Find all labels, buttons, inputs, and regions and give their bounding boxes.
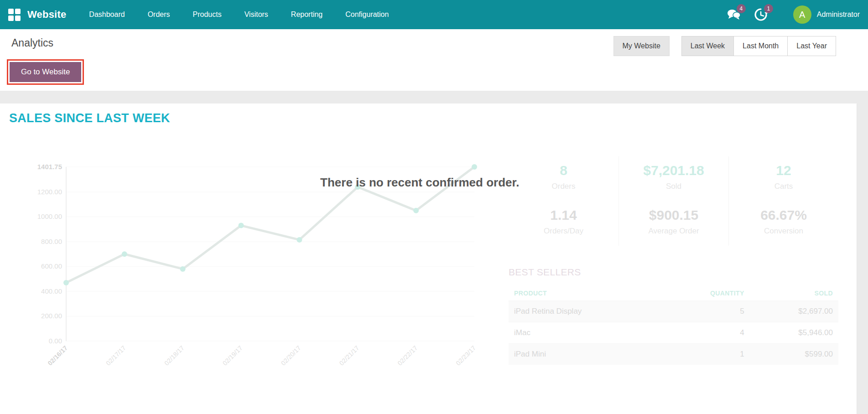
control-panel-right: My Website Last WeekLast MonthLast Year xyxy=(613,36,836,56)
stat-value: $7,201.18 xyxy=(623,163,725,178)
table-row: iPad Retina Display5$2,697.00 xyxy=(509,301,838,322)
range-button-last-year[interactable]: Last Year xyxy=(787,36,836,56)
stat-value: 8 xyxy=(512,163,615,178)
column-header-product: PRODUCT xyxy=(509,286,662,301)
user-name: Administrator xyxy=(817,10,860,19)
navbar-right: 4 1 A Administrator xyxy=(727,5,860,24)
cell-sold: $599.00 xyxy=(750,344,838,365)
avatar: A xyxy=(793,5,811,24)
svg-text:02/21/17: 02/21/17 xyxy=(338,344,361,367)
top-navbar: Website DashboardOrdersProductsVisitorsR… xyxy=(0,0,868,29)
cell-product: iPad Retina Display xyxy=(509,301,662,322)
go-to-website-button[interactable]: Go to Website xyxy=(10,62,81,82)
menu-item-orders[interactable]: Orders xyxy=(147,1,171,28)
svg-text:600.00: 600.00 xyxy=(41,262,62,270)
best-sellers-section: BEST SELLERS PRODUCTQUANTITYSOLD iPad Re… xyxy=(509,267,838,365)
svg-text:02/19/17: 02/19/17 xyxy=(221,344,244,367)
stat-average-order: $900.15Average Order xyxy=(619,201,728,246)
user-menu[interactable]: A Administrator xyxy=(793,5,860,24)
apps-grid-icon[interactable] xyxy=(8,9,20,21)
website-switcher-button[interactable]: My Website xyxy=(613,36,670,56)
range-button-last-week[interactable]: Last Week xyxy=(681,36,733,56)
svg-text:800.00: 800.00 xyxy=(41,238,62,245)
stat-orders-day: 1.14Orders/Day xyxy=(509,201,619,246)
messages-badge: 4 xyxy=(737,4,746,13)
cell-sold: $5,946.00 xyxy=(750,322,838,344)
stat-value: 12 xyxy=(733,163,835,178)
sales-chart-container: 0.00200.00400.00600.00800.001000.001200.… xyxy=(9,125,488,389)
column-header-sold: SOLD xyxy=(750,286,838,301)
date-range-group: Last WeekLast MonthLast Year xyxy=(681,36,836,56)
stat-value: 66.67% xyxy=(733,207,835,223)
svg-text:02/18/17: 02/18/17 xyxy=(163,344,186,367)
menu-item-configuration[interactable]: Configuration xyxy=(344,1,390,28)
content-background: SALES SINCE LAST WEEK There is no recent… xyxy=(0,91,868,414)
menu-item-dashboard[interactable]: Dashboard xyxy=(88,1,125,28)
svg-text:02/23/17: 02/23/17 xyxy=(454,344,477,367)
cell-product: iMac xyxy=(509,322,662,344)
annotation-highlight: Go to Website xyxy=(7,59,84,85)
best-sellers-table: PRODUCTQUANTITYSOLD iPad Retina Display5… xyxy=(509,286,838,365)
stat-orders: 8Orders xyxy=(509,156,619,201)
svg-text:1200.00: 1200.00 xyxy=(37,188,62,196)
cell-quantity: 5 xyxy=(662,301,750,322)
dashboard-sheet: SALES SINCE LAST WEEK There is no recent… xyxy=(0,104,857,414)
stat-carts: 12Carts xyxy=(728,156,838,201)
stat-label: Orders xyxy=(512,182,615,191)
sales-line-chart: 0.00200.00400.00600.00800.001000.001200.… xyxy=(9,125,483,389)
stat-label: Carts xyxy=(733,182,835,191)
svg-text:1000.00: 1000.00 xyxy=(37,212,62,220)
main-menu: DashboardOrdersProductsVisitorsReporting… xyxy=(88,1,390,28)
stat-label: Sold xyxy=(623,182,725,191)
stat-label: Average Order xyxy=(623,227,725,236)
table-row: iPad Mini1$599.00 xyxy=(509,344,838,365)
svg-text:02/16/17: 02/16/17 xyxy=(46,344,69,367)
empty-orders-message: There is no recent confirmed order. xyxy=(320,176,519,190)
svg-text:1401.75: 1401.75 xyxy=(37,163,62,171)
cell-quantity: 4 xyxy=(662,322,750,344)
messages-button[interactable]: 4 xyxy=(727,8,742,21)
cell-product: iPad Mini xyxy=(509,344,662,365)
activities-button[interactable]: 1 xyxy=(754,8,769,21)
svg-text:200.00: 200.00 xyxy=(41,312,62,320)
menu-item-products[interactable]: Products xyxy=(192,1,223,28)
stat-conversion: 66.67%Conversion xyxy=(728,201,838,246)
column-header-quantity: QUANTITY xyxy=(662,286,750,301)
app-brand[interactable]: Website xyxy=(27,9,66,21)
dashboard-right-column: 8Orders$7,201.18Sold12Carts1.14Orders/Da… xyxy=(488,125,857,389)
menu-item-reporting[interactable]: Reporting xyxy=(290,1,323,28)
kpi-stats-grid: 8Orders$7,201.18Sold12Carts1.14Orders/Da… xyxy=(509,156,838,246)
cell-quantity: 1 xyxy=(662,344,750,365)
table-row: iMac4$5,946.00 xyxy=(509,322,838,344)
menu-item-visitors[interactable]: Visitors xyxy=(244,1,269,28)
best-sellers-title: BEST SELLERS xyxy=(509,267,838,278)
svg-text:02/20/17: 02/20/17 xyxy=(280,344,302,367)
svg-text:02/17/17: 02/17/17 xyxy=(104,344,127,367)
control-panel: Analytics Go to Website My Website Last … xyxy=(0,29,868,91)
activities-badge: 1 xyxy=(764,4,773,13)
svg-text:02/22/17: 02/22/17 xyxy=(396,344,419,367)
stat-label: Conversion xyxy=(733,227,835,236)
stat-value: 1.14 xyxy=(512,207,615,223)
svg-text:400.00: 400.00 xyxy=(41,287,62,295)
cell-sold: $2,697.00 xyxy=(750,301,838,322)
stat-value: $900.15 xyxy=(623,207,725,223)
svg-text:0.00: 0.00 xyxy=(49,337,62,345)
faded-dashboard: 0.00200.00400.00600.00800.001000.001200.… xyxy=(9,125,857,389)
section-title: SALES SINCE LAST WEEK xyxy=(9,111,857,125)
stat-sold: $7,201.18Sold xyxy=(619,156,728,201)
stat-label: Orders/Day xyxy=(512,227,615,236)
range-button-last-month[interactable]: Last Month xyxy=(733,36,787,56)
